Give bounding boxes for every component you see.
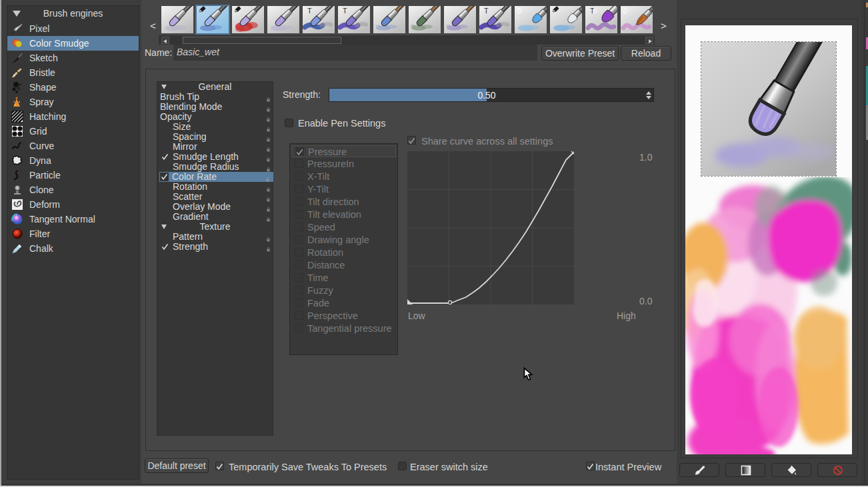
svg-text:T: T [590,7,595,15]
svg-text:T: T [343,7,347,15]
svg-text:T: T [307,7,312,15]
svg-text:T: T [484,7,489,15]
